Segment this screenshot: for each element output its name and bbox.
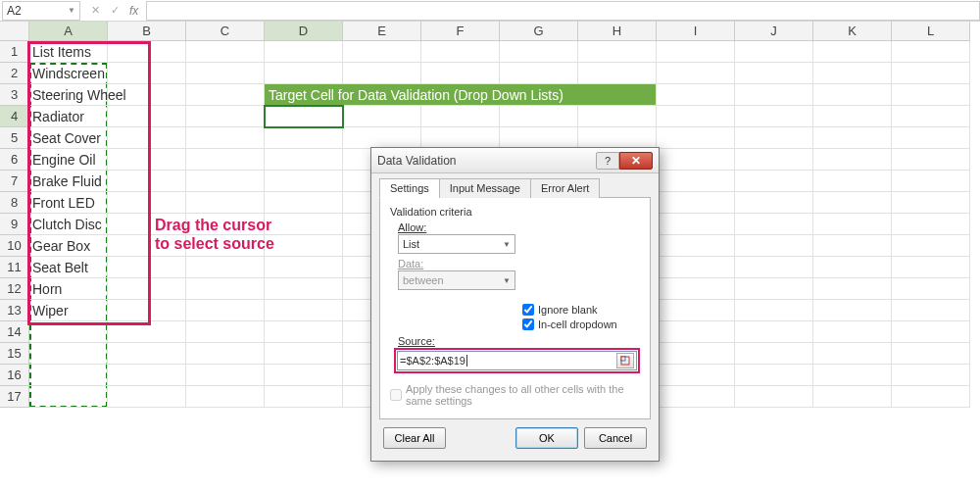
cell-D7[interactable] [265, 171, 343, 192]
cell-A10[interactable]: Gear Box [29, 235, 108, 257]
cell-D2[interactable] [265, 63, 343, 84]
cell-I2[interactable] [657, 63, 735, 84]
cell-I16[interactable] [657, 365, 735, 386]
source-input[interactable]: =$A$2:$A$19 [397, 351, 637, 370]
row-header-11[interactable]: 11 [0, 257, 29, 278]
allow-select[interactable]: List ▼ [398, 234, 515, 254]
row-header-14[interactable]: 14 [0, 321, 29, 343]
cell-A12[interactable]: Horn [29, 278, 108, 300]
cell-A11[interactable]: Seat Belt [29, 257, 108, 278]
cell-J16[interactable] [735, 365, 813, 386]
cancel-formula-icon[interactable]: ✕ [86, 2, 104, 20]
cell-H2[interactable] [578, 63, 657, 84]
row-header-6[interactable]: 6 [0, 149, 29, 171]
cell-K3[interactable] [813, 84, 892, 106]
cell-I5[interactable] [657, 127, 735, 149]
cell-K17[interactable] [813, 386, 892, 408]
cell-I11[interactable] [657, 257, 735, 278]
tab-error-alert[interactable]: Error Alert [530, 178, 601, 198]
cell-C3[interactable] [186, 84, 265, 106]
row-header-3[interactable]: 3 [0, 84, 29, 106]
row-header-7[interactable]: 7 [0, 171, 29, 192]
cell-I13[interactable] [657, 300, 735, 321]
cell-K12[interactable] [813, 278, 892, 300]
formula-input[interactable] [146, 1, 980, 21]
cell-B12[interactable] [108, 278, 186, 300]
cell-B11[interactable] [108, 257, 186, 278]
cell-L4[interactable] [892, 106, 970, 127]
cell-K10[interactable] [813, 235, 892, 257]
cell-L8[interactable] [892, 192, 970, 214]
cell-L7[interactable] [892, 171, 970, 192]
select-all-corner[interactable] [0, 22, 29, 41]
row-header-17[interactable]: 17 [0, 386, 29, 408]
cell-J1[interactable] [735, 41, 813, 63]
row-header-10[interactable]: 10 [0, 235, 29, 257]
cell-I10[interactable] [657, 235, 735, 257]
cell-A9[interactable]: Clutch Disc [29, 214, 108, 235]
cell-L6[interactable] [892, 149, 970, 171]
cell-C14[interactable] [186, 321, 265, 343]
cell-G2[interactable] [500, 63, 578, 84]
cell-J8[interactable] [735, 192, 813, 214]
cell-K4[interactable] [813, 106, 892, 127]
cell-L9[interactable] [892, 214, 970, 235]
cell-J17[interactable] [735, 386, 813, 408]
range-picker-button[interactable] [616, 353, 634, 368]
cell-D17[interactable] [265, 386, 343, 408]
row-header-8[interactable]: 8 [0, 192, 29, 214]
row-header-4[interactable]: 4 [0, 106, 29, 127]
cell-A15[interactable] [29, 343, 108, 365]
cell-B16[interactable] [108, 365, 186, 386]
cell-F2[interactable] [421, 63, 500, 84]
cell-A17[interactable] [29, 386, 108, 408]
cell-B6[interactable] [108, 149, 186, 171]
cell-J15[interactable] [735, 343, 813, 365]
ignore-blank-checkbox[interactable]: Ignore blank [522, 304, 640, 316]
cell-C4[interactable] [186, 106, 265, 127]
cell-B17[interactable] [108, 386, 186, 408]
col-header-I[interactable]: I [657, 22, 735, 41]
cell-E5[interactable] [343, 127, 421, 149]
cell-C15[interactable] [186, 343, 265, 365]
cell-D16[interactable] [265, 365, 343, 386]
cell-B2[interactable] [108, 63, 186, 84]
confirm-formula-icon[interactable]: ✓ [106, 2, 123, 20]
cell-I6[interactable] [657, 149, 735, 171]
col-header-B[interactable]: B [108, 22, 186, 41]
cell-K1[interactable] [813, 41, 892, 63]
row-header-2[interactable]: 2 [0, 63, 29, 84]
cell-H4[interactable] [578, 106, 657, 127]
cell-A3[interactable]: Steering Wheel [29, 84, 108, 106]
cell-D12[interactable] [265, 278, 343, 300]
cell-D9[interactable] [265, 214, 343, 235]
col-header-E[interactable]: E [343, 22, 421, 41]
col-header-C[interactable]: C [186, 22, 265, 41]
cell-F1[interactable] [421, 41, 500, 63]
cell-D8[interactable] [265, 192, 343, 214]
cell-I15[interactable] [657, 343, 735, 365]
cancel-button[interactable]: Cancel [584, 427, 647, 449]
row-header-12[interactable]: 12 [0, 278, 29, 300]
cell-C7[interactable] [186, 171, 265, 192]
cell-L1[interactable] [892, 41, 970, 63]
dialog-titlebar[interactable]: Data Validation ? ✕ [371, 148, 659, 173]
cell-L10[interactable] [892, 235, 970, 257]
cell-L11[interactable] [892, 257, 970, 278]
cell-C1[interactable] [186, 41, 265, 63]
cell-B13[interactable] [108, 300, 186, 321]
ok-button[interactable]: OK [515, 427, 578, 449]
cell-K13[interactable] [813, 300, 892, 321]
col-header-K[interactable]: K [813, 22, 892, 41]
cell-H1[interactable] [578, 41, 657, 63]
cell-I8[interactable] [657, 192, 735, 214]
row-header-5[interactable]: 5 [0, 127, 29, 149]
col-header-G[interactable]: G [500, 22, 578, 41]
cell-L14[interactable] [892, 321, 970, 343]
cell-L17[interactable] [892, 386, 970, 408]
help-button[interactable]: ? [596, 152, 619, 170]
cell-K5[interactable] [813, 127, 892, 149]
cell-J5[interactable] [735, 127, 813, 149]
cell-A7[interactable]: Brake Fluid [29, 171, 108, 192]
cell-I12[interactable] [657, 278, 735, 300]
